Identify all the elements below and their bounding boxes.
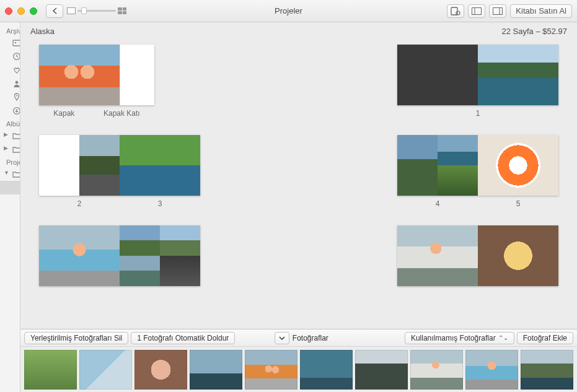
spread-8-9[interactable] — [397, 225, 558, 286]
updown-icon: ⌃⌄ — [498, 334, 508, 341]
sidebar-item-photos[interactable]: Fotoğraflar — [0, 36, 20, 50]
spread-0-1[interactable]: 1 — [397, 45, 558, 118]
strip-thumb[interactable] — [79, 350, 132, 390]
svg-rect-2 — [472, 7, 482, 14]
sidebar-item-memories[interactable]: Anılar — [0, 50, 20, 63]
project-page-info: 22 Sayfa – $52.97 — [501, 27, 567, 36]
svg-point-7 — [15, 42, 16, 43]
content-area: Alaska 22 Sayfa – $52.97 Kapak Kapak Kat… — [20, 22, 577, 392]
zoom-min-icon — [67, 7, 76, 14]
disclosure-triangle-icon[interactable]: ▶ — [4, 131, 8, 137]
sidebar-project-item[interactable]: Happy Birthday Grandma! — [0, 194, 20, 208]
layout-button-2[interactable] — [489, 4, 506, 18]
cover-group[interactable]: Kapak Kapak Katı — [39, 45, 154, 118]
close-icon[interactable] — [5, 7, 12, 15]
page-3[interactable] — [120, 135, 200, 196]
sidebar-item-imports[interactable]: İçe Aktarmalar — [0, 104, 20, 118]
page-8[interactable] — [397, 225, 478, 286]
strip-thumb[interactable] — [245, 350, 297, 390]
page-9[interactable] — [478, 225, 558, 286]
strip-thumb[interactable] — [355, 350, 408, 390]
add-photo-button[interactable]: Fotoğraf Ekle — [517, 332, 573, 344]
sidebar-heading-albums: Albümler — [0, 118, 20, 129]
heart-icon — [12, 65, 20, 75]
photos-label: Fotoğraflar — [293, 334, 328, 342]
zoom-max-icon — [118, 7, 126, 14]
spread-2-3[interactable]: 2 3 — [39, 135, 200, 208]
window-controls — [5, 7, 37, 15]
sidebar-item-my-projects[interactable]: Projelerim — [0, 167, 20, 181]
page-cover[interactable] — [39, 45, 120, 105]
sidebar-item-favorites[interactable]: Favoriler — [0, 63, 20, 77]
slider-rail[interactable] — [77, 10, 116, 12]
page-5[interactable] — [478, 135, 558, 196]
pin-icon — [12, 92, 20, 102]
fullscreen-icon[interactable] — [30, 7, 37, 15]
sidebar-heading-archive: Arşiv — [0, 25, 20, 36]
svg-point-10 — [16, 95, 17, 96]
spread-4-5[interactable]: 4 5 — [397, 135, 558, 208]
autofill-button[interactable]: 1 Fotoğrafı Otomatik Doldur — [131, 332, 235, 344]
page-settings-icon — [451, 7, 460, 15]
slider-handle[interactable] — [81, 7, 87, 14]
collapse-strip-button[interactable] — [275, 332, 289, 344]
page-label: 5 — [516, 199, 521, 208]
page-label: 1 — [476, 109, 480, 118]
sidebar-project-item[interactable]: On top of the World — [0, 222, 20, 235]
layout2-icon — [493, 7, 503, 15]
page-label: Kapak — [53, 109, 74, 118]
sidebar-heading-projects: Projeler — [0, 156, 20, 167]
clock-icon — [12, 51, 20, 61]
sidebar-item-my-albums[interactable]: Albümlerim — [0, 142, 20, 156]
page-inside-cover[interactable] — [397, 45, 478, 105]
minimize-icon[interactable] — [17, 7, 25, 15]
disclosure-triangle-icon[interactable]: ▶ — [4, 145, 8, 151]
chevron-left-icon — [52, 7, 58, 14]
sidebar-item-media-types[interactable]: Ortam Türleri — [0, 129, 20, 142]
strip-thumb[interactable] — [410, 350, 463, 390]
photo-strip[interactable] — [20, 346, 577, 392]
person-icon — [12, 79, 20, 89]
page-2[interactable] — [39, 135, 120, 196]
sidebar-project-item[interactable]: The Pup — [0, 208, 20, 222]
strip-thumb[interactable] — [465, 350, 518, 390]
disclosure-triangle-icon[interactable]: ▼ — [4, 170, 9, 176]
clear-placed-button[interactable]: Yerleştirilmiş Fotoğrafları Sil — [24, 332, 128, 344]
sidebar-project-item[interactable]: Hiking Adventure — [0, 249, 20, 263]
page-label: Kapak Katı — [104, 109, 140, 118]
folder-icon — [12, 169, 20, 179]
sidebar-item-places[interactable]: Yerler — [0, 90, 20, 104]
svg-rect-4 — [493, 7, 503, 14]
page-7[interactable] — [120, 225, 200, 286]
settings-button[interactable] — [447, 4, 464, 18]
strip-thumb[interactable] — [300, 350, 353, 390]
sidebar-project-alaska[interactable]: Alaska — [0, 181, 20, 194]
strip-thumb[interactable] — [521, 350, 573, 390]
svg-rect-6 — [13, 40, 20, 46]
strip-thumb[interactable] — [134, 350, 187, 390]
strip-thumb[interactable] — [190, 350, 242, 390]
page-label: 3 — [158, 199, 162, 208]
folder-icon — [12, 131, 20, 141]
spread-6-7[interactable] — [39, 225, 200, 286]
page-6[interactable] — [39, 225, 120, 286]
page-spine[interactable] — [120, 45, 154, 105]
buy-button[interactable]: Kitabı Satın Al — [510, 4, 572, 18]
layout-button-1[interactable] — [468, 4, 485, 18]
page-label: 2 — [77, 199, 82, 208]
titlebar: Projeler Kitabı Satın Al — [0, 0, 577, 22]
chevron-down-icon — [279, 336, 285, 341]
unused-photos-select[interactable]: Kullanılmamış Fotoğraflar ⌃⌄ — [405, 332, 514, 344]
page-4[interactable] — [397, 135, 478, 196]
strip-thumb[interactable] — [24, 350, 77, 390]
page-1[interactable] — [478, 45, 558, 105]
bottom-toolbar: Yerleştirilmiş Fotoğrafları Sil 1 Fotoğr… — [20, 329, 577, 346]
svg-point-1 — [456, 11, 460, 15]
zoom-slider[interactable] — [67, 7, 126, 14]
sidebar-project-item[interactable]: Chinese New Year — [0, 235, 20, 249]
svg-point-9 — [15, 81, 19, 84]
back-button[interactable] — [46, 4, 63, 18]
pages-grid: Kapak Kapak Katı 1 — [20, 40, 577, 329]
sidebar-item-people[interactable]: Kişiler — [0, 77, 20, 90]
page-label: 4 — [436, 199, 440, 208]
